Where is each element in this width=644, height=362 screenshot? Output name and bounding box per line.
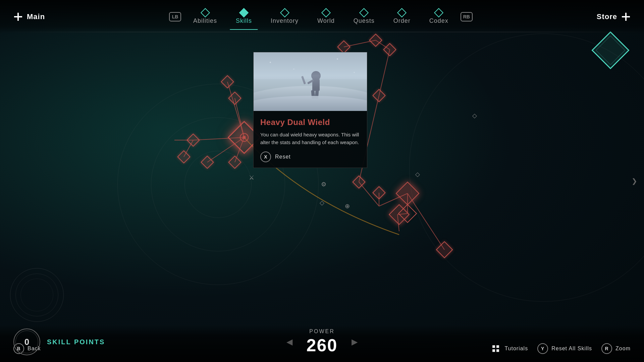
symbol-node-4: ⊕ [342,201,353,212]
power-label: POWER [307,328,338,335]
skill-node-7[interactable] [337,40,351,54]
codex-label: Codex [429,17,448,24]
symbol-node-6: ◇ [469,110,480,121]
skill-points-circle: 0 [13,328,40,355]
tab-quests[interactable]: Quests [344,7,384,27]
store-button[interactable]: Store [597,12,631,21]
zoom-button-circle[interactable]: R [601,343,612,354]
reset-all-button-circle[interactable]: Y [537,343,548,354]
nav-tabs: LB Abilities Skills Inventory World Ques… [166,7,475,27]
store-label: Store [597,12,617,21]
skill-preview-image [254,52,367,111]
skill-node-8[interactable] [369,34,382,47]
symbol-node-5: ◇ [412,169,423,180]
tab-skills[interactable]: Skills [226,7,261,27]
top-navigation: Main LB Abilities Skills Inventory World… [0,0,644,34]
skill-tooltip-title: Heavy Dual Wield [260,118,360,127]
inventory-diamond [280,8,289,17]
skill-node-3[interactable] [186,133,200,147]
inventory-label: Inventory [271,17,299,24]
tab-abilities[interactable]: Abilities [184,7,226,27]
nav-divider [0,32,644,32]
symbol-node-1: ⚔ [246,172,257,183]
tab-world[interactable]: World [308,7,344,27]
skill-node-5[interactable] [201,156,214,169]
bottom-bar: B Back 0 SKILL POINTS ◀ POWER 260 ▶ [0,325,644,362]
svg-point-36 [354,72,355,73]
symbol-node-3: ◇ [317,197,327,208]
skill-node-11[interactable] [352,175,366,189]
svg-rect-30 [301,76,306,84]
rb-badge[interactable]: RB [461,12,473,21]
world-diamond [321,8,331,17]
skill-node-large-4[interactable] [436,241,453,258]
zoom-label: Zoom [615,346,631,352]
world-label: World [317,17,335,24]
svg-point-37 [254,96,367,111]
tab-order[interactable]: Order [384,7,420,27]
skill-points-section: 0 SKILL POINTS [13,328,105,355]
svg-point-33 [270,62,271,63]
skill-node-1[interactable] [221,75,234,88]
reset-button-circle[interactable]: X [260,152,271,162]
symbol-node-2: ⚙ [318,179,329,190]
lb-badge[interactable]: LB [169,12,181,21]
svg-point-25 [254,86,367,111]
tutorials-icon [490,343,501,354]
svg-rect-31 [311,90,315,99]
power-arrow-right[interactable]: ▶ [352,337,358,347]
main-label: Main [27,12,45,21]
svg-rect-21 [14,16,22,17]
zoom-button[interactable]: R Zoom [601,343,631,354]
tab-codex[interactable]: Codex [420,7,458,27]
tab-inventory[interactable]: Inventory [261,7,308,27]
skill-node-2[interactable] [228,92,241,105]
skill-node-6[interactable] [228,156,241,169]
svg-rect-39 [496,345,499,348]
svg-rect-24 [254,52,367,111]
skill-points-value: 0 [24,337,29,347]
skill-tooltip-action[interactable]: X Reset [260,152,360,162]
power-arrow-left[interactable]: ◀ [286,337,292,347]
skill-node-4[interactable] [177,150,191,164]
skills-label: Skills [236,17,252,24]
skill-tooltip-description: You can dual wield heavy weapons. This w… [260,131,360,146]
svg-rect-26 [254,79,367,111]
abilities-diamond [200,8,210,17]
svg-point-35 [337,58,338,60]
order-label: Order [393,17,411,24]
svg-line-9 [379,50,390,96]
main-menu-button[interactable]: Main [13,12,45,21]
reset-all-button[interactable]: Y Reset All Skills [537,343,592,354]
deco-circle-bottom-left [10,268,64,322]
svg-rect-40 [492,349,495,352]
svg-rect-41 [496,349,499,352]
reset-button-label: Reset [275,154,291,160]
bottom-right-actions: Tutorials Y Reset All Skills R Zoom [490,343,631,354]
svg-rect-27 [312,79,320,91]
deco-ring-3 [184,151,252,218]
skill-node-10[interactable] [372,89,386,102]
skills-diamond [239,8,249,17]
svg-line-16 [408,193,444,250]
main-plus-icon [13,12,23,21]
svg-rect-32 [315,90,319,99]
scroll-right-indicator[interactable]: ❯ [632,177,637,185]
skill-node-12[interactable] [372,186,386,199]
skill-tooltip-body: Heavy Dual Wield You can dual wield heav… [254,111,367,168]
svg-point-28 [311,71,321,80]
quests-label: Quests [354,17,375,24]
tutorials-button[interactable]: Tutorials [490,343,528,354]
codex-diamond [434,8,443,17]
skill-node-large-1[interactable] [396,182,420,205]
skill-points-label: SKILL POINTS [47,338,105,346]
svg-point-34 [293,69,294,70]
svg-rect-23 [622,16,630,17]
skill-node-9[interactable] [383,43,396,56]
reset-all-label: Reset All Skills [551,346,592,352]
skill-tooltip-panel: Heavy Dual Wield You can dual wield heav… [253,52,367,168]
tutorials-label: Tutorials [504,346,528,352]
abilities-label: Abilities [193,17,217,24]
quests-diamond [359,8,369,17]
svg-rect-38 [492,345,495,348]
